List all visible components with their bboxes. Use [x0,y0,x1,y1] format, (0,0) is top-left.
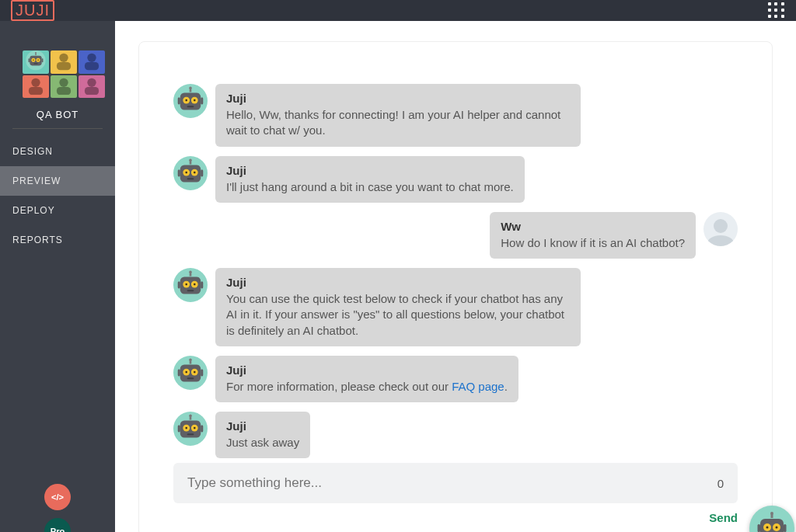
message-sender: Juji [226,419,299,433]
char-counter: 0 [717,477,724,490]
sidebar-nav: DESIGNPREVIEWDEPLOYREPORTS [0,137,115,255]
bot-title: QA BOT [12,109,103,129]
bot-message-row: JujiJust ask away [173,412,738,458]
bot-avatar-icon [173,84,208,118]
sidebar: QA BOT DESIGNPREVIEWDEPLOYREPORTS </> Pr… [0,21,115,532]
user-avatar-icon [703,212,738,246]
logo[interactable]: JUJI [11,0,54,21]
bot-message-row: JujiFor more information, please check o… [173,356,738,402]
message-bubble: JujiFor more information, please check o… [215,356,518,402]
avatar-cell [51,50,77,74]
svg-rect-12 [57,62,71,70]
avatar-cell [23,50,49,74]
message-bubble: JujiJust ask away [215,412,310,458]
code-mode-button[interactable]: </> [44,484,71,510]
avatar-cell [23,75,49,99]
user-message-row: WwHow do I know if it is an AI chatbot? [173,212,738,259]
message-text: How do I know if it is an AI chatbot? [501,235,685,251]
bot-message-row: JujiYou can use the quick test below to … [173,268,738,346]
message-bubble: JujiHello, Ww, thanks for connecting! I … [215,84,581,147]
bot-message-row: JujiHello, Ww, thanks for connecting! I … [173,84,738,147]
chat-card: JujiHello, Ww, thanks for connecting! I … [138,41,773,532]
sidebar-item-design[interactable]: DESIGN [0,137,115,166]
message-sender: Juji [226,276,570,289]
bot-message-row: JujiI'll just hang around a bit in case … [173,156,738,203]
svg-point-19 [87,78,96,86]
svg-rect-14 [85,62,99,70]
svg-point-15 [31,78,40,86]
svg-point-13 [87,54,96,62]
message-bubble: JujiI'll just hang around a bit in case … [215,156,525,203]
apps-menu-icon[interactable] [768,2,785,19]
svg-rect-16 [29,87,43,95]
message-text: Just ask away [226,435,299,450]
sidebar-item-deploy[interactable]: DEPLOY [0,196,115,225]
svg-rect-18 [57,87,71,95]
message-list: JujiHello, Ww, thanks for connecting! I … [173,84,738,460]
pro-badge[interactable]: Pro [44,518,71,532]
content-area: JujiHello, Ww, thanks for connecting! I … [115,21,796,532]
message-text: I'll just hang around a bit in case you … [226,179,514,195]
avatar-cell [79,75,105,99]
message-text: For more information, please check out o… [226,379,508,395]
svg-point-17 [59,78,68,86]
message-sender: Juji [226,363,508,377]
svg-point-11 [59,54,68,62]
faq-link[interactable]: FAQ page [452,380,504,393]
bot-avatar-icon [173,156,208,190]
send-button[interactable]: Send [709,511,738,524]
avatar-cell [79,50,105,74]
sidebar-item-reports[interactable]: REPORTS [0,225,115,255]
message-sender: Juji [226,164,514,177]
bot-avatar-grid [23,50,93,92]
avatar-cell [51,75,77,99]
message-text: You can use the quick test below to chec… [226,291,570,339]
chat-launcher-icon[interactable] [749,506,794,532]
bot-avatar-icon [173,268,208,302]
message-sender: Ww [501,220,685,233]
chat-input-area: 0 [173,463,738,503]
bot-avatar-icon [173,412,208,446]
message-bubble: JujiYou can use the quick test below to … [215,268,581,346]
topbar: JUJI [0,0,796,21]
message-sender: Juji [226,92,570,105]
svg-rect-20 [85,87,99,95]
chat-input[interactable] [187,475,708,491]
message-text: Hello, Ww, thanks for connecting! I am y… [226,107,570,139]
sidebar-item-preview[interactable]: PREVIEW [0,166,115,196]
bot-avatar-icon [173,356,208,390]
message-bubble: WwHow do I know if it is an AI chatbot? [490,212,696,259]
